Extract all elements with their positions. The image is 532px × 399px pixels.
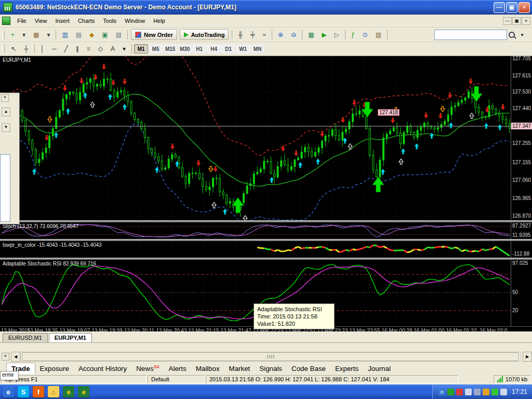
- search-icon[interactable]: [509, 32, 515, 38]
- chart-tray-icon[interactable]: [447, 389, 454, 395]
- terminal-tab-market[interactable]: Market: [224, 363, 255, 374]
- child-minimize-button[interactable]: —: [503, 17, 512, 25]
- terminal-button[interactable]: ▣: [98, 30, 111, 40]
- auto-scroll-button[interactable]: ▶: [318, 30, 330, 40]
- stoch-axis[interactable]: 87.292711.9395: [511, 222, 532, 239]
- market-watch-button[interactable]: ▥: [58, 30, 71, 40]
- new-chart-button[interactable]: +: [7, 30, 18, 40]
- scroll-left-button[interactable]: ◀: [11, 352, 20, 362]
- zoom-out-button[interactable]: ⊖: [287, 30, 300, 40]
- timeframe-mn[interactable]: MN: [250, 44, 264, 54]
- horizontal-scrollbar[interactable]: [20, 352, 521, 362]
- zoom-in-button[interactable]: ⊕: [274, 30, 287, 40]
- scrollbar-thumb[interactable]: [22, 352, 519, 361]
- scroll-right-button[interactable]: ▶: [523, 352, 532, 362]
- bar-chart-button[interactable]: ╫: [234, 30, 246, 40]
- status-profile[interactable]: Default: [148, 375, 205, 383]
- new-chart-dropdown[interactable]: ▾: [19, 30, 29, 40]
- timeframe-m15[interactable]: M15: [163, 44, 177, 54]
- templates-button[interactable]: ▧: [372, 30, 385, 40]
- terminal-tab-mailbox[interactable]: Mailbox: [191, 363, 224, 374]
- fibonacci-tool[interactable]: ≡: [83, 44, 94, 54]
- toolbar-grip[interactable]: [2, 45, 5, 53]
- timeframe-d1[interactable]: D1: [221, 44, 235, 54]
- search-dropdown[interactable]: ▾: [516, 29, 528, 41]
- signal-tray-icon[interactable]: [491, 389, 498, 395]
- menu-item-view[interactable]: View: [31, 16, 51, 26]
- toolbar-grip[interactable]: [2, 31, 5, 39]
- ie-tray-icon[interactable]: e: [438, 389, 445, 395]
- trendline-tool[interactable]: ╱: [61, 44, 72, 54]
- ie-icon[interactable]: e: [3, 386, 14, 397]
- usb-tray-icon[interactable]: [474, 389, 481, 395]
- tile-windows-button[interactable]: ▦: [304, 30, 317, 40]
- child-close-button[interactable]: ×: [522, 17, 530, 25]
- terminal-tab-alerts[interactable]: Alerts: [164, 363, 191, 374]
- scroll-up-button[interactable]: ▲: [2, 108, 10, 116]
- chart-area[interactable]: EURJPY,M1 127.418 127.705127.615127.5301…: [0, 56, 532, 331]
- terminal-tab-code-base[interactable]: Code Base: [287, 363, 330, 374]
- profiles-dropdown[interactable]: ▾: [43, 30, 54, 40]
- mt4-icon-2[interactable]: e: [78, 386, 89, 397]
- timeframe-w1[interactable]: W1: [236, 44, 250, 54]
- indicators-button[interactable]: ƒ: [348, 30, 358, 40]
- menu-item-tools[interactable]: Tools: [99, 16, 121, 26]
- shield-tray-icon[interactable]: [456, 389, 463, 395]
- menu-item-charts[interactable]: Charts: [74, 16, 99, 26]
- terminal-close-button[interactable]: ×: [2, 353, 9, 361]
- timeframe-m30[interactable]: M30: [178, 44, 192, 54]
- minimize-button[interactable]: —: [494, 2, 505, 13]
- lswpr-indicator-panel[interactable]: lswpr_in_color -15.4043 -15.4043 -15.404…: [0, 241, 532, 258]
- lswpr-axis[interactable]: -112.88: [511, 241, 532, 258]
- terminal-tab-experts[interactable]: Experts: [330, 363, 363, 374]
- timeframe-m5[interactable]: M5: [149, 44, 163, 54]
- stochrsi-axis[interactable]: 97.0255020: [511, 260, 532, 326]
- shapes-tool[interactable]: ◇: [95, 44, 107, 54]
- data-window-button[interactable]: ▤: [72, 30, 85, 40]
- antivirus-tray-icon[interactable]: [483, 389, 489, 395]
- menu-item-file[interactable]: File: [13, 16, 31, 26]
- terminal-tab-news[interactable]: News64: [131, 363, 164, 374]
- folder-icon[interactable]: ⌂: [48, 386, 59, 397]
- firefox-icon[interactable]: f: [33, 386, 44, 397]
- chart-tab-eurjpy-m1[interactable]: EURJPY,M1: [49, 333, 92, 342]
- cursor-tool[interactable]: ↖: [7, 44, 20, 54]
- menu-item-window[interactable]: Window: [121, 16, 149, 26]
- fragment-close-button[interactable]: ×: [1, 94, 9, 102]
- terminal-tab-exposure[interactable]: Exposure: [35, 363, 74, 374]
- child-restore-button[interactable]: ▣: [512, 17, 521, 25]
- close-button[interactable]: ×: [518, 2, 530, 13]
- terminal-tab-journal[interactable]: Journal: [363, 363, 395, 374]
- maximize-button[interactable]: ▣: [506, 2, 517, 13]
- line-chart-button[interactable]: ≈: [259, 30, 270, 40]
- menu-item-help[interactable]: Help: [149, 16, 169, 26]
- new-order-button[interactable]: New Order: [131, 29, 177, 40]
- price-axis[interactable]: 127.705127.615127.530127.440127.255127.1…: [511, 56, 532, 220]
- skype-icon[interactable]: S: [18, 386, 29, 397]
- volume-tray-icon[interactable]: [465, 389, 472, 395]
- arrows-tool[interactable]: ▾: [119, 44, 129, 54]
- main-chart-panel[interactable]: EURJPY,M1 127.418 127.705127.615127.5301…: [0, 56, 532, 220]
- periods-button[interactable]: ⊙: [359, 30, 371, 40]
- chart-shift-button[interactable]: ▷: [331, 30, 343, 40]
- timeframe-h1[interactable]: H1: [192, 44, 206, 54]
- vertical-line-tool[interactable]: │: [37, 44, 48, 54]
- terminal-tab-account-history[interactable]: Account History: [74, 363, 131, 374]
- navigator-button[interactable]: ◆: [86, 30, 98, 40]
- candlestick-button[interactable]: ╪: [247, 30, 259, 40]
- timeframe-h4[interactable]: H4: [207, 44, 221, 54]
- timeframe-m1[interactable]: M1: [134, 44, 148, 54]
- terminal-tab-signals[interactable]: Signals: [255, 363, 287, 374]
- crosshair-tool[interactable]: ┼: [20, 44, 32, 54]
- menu-item-insert[interactable]: Insert: [51, 16, 74, 26]
- text-tool[interactable]: A: [107, 44, 118, 54]
- profiles-button[interactable]: ▦: [30, 30, 43, 40]
- autotrading-button[interactable]: AutoTrading: [180, 29, 229, 40]
- chart-tab-eurusd-m1[interactable]: EURUSD,M1: [3, 333, 48, 342]
- scroll-down-button[interactable]: ▼: [2, 123, 10, 132]
- title-bar[interactable]: 65063489: NetStockECN-ECN Demo Server - …: [0, 0, 532, 15]
- strategy-tester-button[interactable]: ▨: [112, 30, 125, 40]
- mt4-icon[interactable]: e: [63, 386, 74, 397]
- stoch-indicator-panel[interactable]: Stoch (13,32,7) 72.6096 70.4547 87.29271…: [0, 222, 532, 239]
- channel-tool[interactable]: ∥: [72, 44, 83, 54]
